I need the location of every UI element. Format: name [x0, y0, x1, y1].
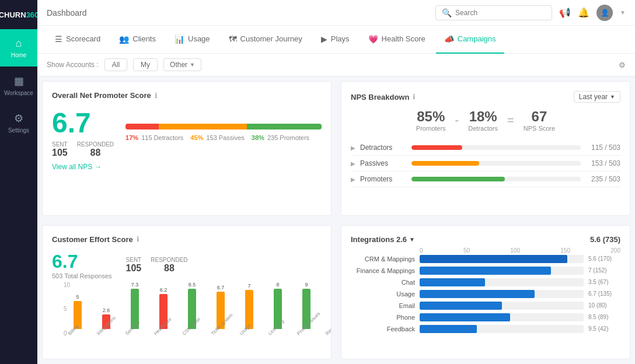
- journey-icon: 🗺: [229, 34, 237, 44]
- campaigns-icon: 📣: [444, 34, 454, 44]
- horiz-bar-label: Finance & Mappings: [351, 267, 415, 274]
- integrations-chevron-icon: ▼: [409, 236, 415, 243]
- nps-breakdown-title: NPS Breakdown: [351, 93, 409, 102]
- bar-value: 8.5: [189, 282, 196, 288]
- breakdown-bar-track: [411, 145, 581, 150]
- main-content: Dashboard 🔍 📢 🔔 👤 ▼ ☰ Scorecard 👥 Client…: [37, 0, 635, 364]
- scorecard-icon: ☰: [55, 34, 62, 44]
- arrow-right-icon: →: [95, 163, 102, 171]
- ces-card-header: Customer Effort Score ℹ: [52, 235, 322, 244]
- row-chevron-icon[interactable]: ▶: [351, 176, 355, 183]
- horiz-bar-track: [420, 325, 584, 333]
- search-input[interactable]: [455, 9, 543, 17]
- tab-plays-label: Plays: [331, 34, 350, 43]
- bar-value: 5: [76, 294, 79, 300]
- chevron-down-icon[interactable]: ▼: [620, 9, 626, 16]
- nps-card-header: Overall Net Promoter Score ℹ: [52, 91, 322, 100]
- tab-scorecard[interactable]: ☰ Scorecard: [47, 26, 109, 54]
- filter-my-btn[interactable]: My: [133, 58, 158, 71]
- horiz-bar-label: Phone: [351, 314, 415, 321]
- tab-health-score[interactable]: 💗 Health Score: [360, 26, 434, 54]
- row-chevron-icon[interactable]: ▶: [351, 145, 355, 151]
- bar-group: 7 Usage: [236, 282, 262, 338]
- filter-other-select[interactable]: Other ▼: [163, 58, 201, 71]
- logo-text: CHURN360: [0, 10, 39, 19]
- breakdown-row-label: Passives: [360, 159, 407, 167]
- nps-info-icon[interactable]: ℹ: [155, 92, 158, 100]
- plays-icon: ▶: [321, 34, 327, 44]
- horiz-bar-fill: [420, 255, 567, 263]
- filter-all-btn[interactable]: All: [104, 58, 127, 71]
- tab-plays[interactable]: ▶ Plays: [313, 26, 358, 54]
- integrations-selector[interactable]: Integrations 2.6 ▼: [351, 235, 415, 244]
- sidebar-item-home-label: Home: [11, 52, 27, 58]
- bar-group: 8 Licencing: [265, 282, 291, 338]
- tab-usage-label: Usage: [188, 34, 210, 43]
- ces-overall-score: 6.7: [52, 251, 112, 272]
- bar-value: 6.2: [160, 287, 168, 293]
- horiz-bar-fill: [420, 267, 551, 275]
- bar-group: 8.5 CSM pulse: [179, 282, 205, 338]
- breakdown-rows-container: ▶ Detractors 115 / 503 ▶ Passives 153 / …: [351, 140, 620, 187]
- integrations-card: Integrations 2.6 ▼ 5.6 (735) 0 50 100 15…: [341, 225, 630, 360]
- integrations-rows-container: CRM & Mappings 5.6 (170) Finance & Mappi…: [351, 255, 620, 333]
- row-chevron-icon[interactable]: ▶: [351, 160, 355, 167]
- breakdown-bar-track: [411, 161, 581, 166]
- horiz-bar-track: [420, 278, 584, 286]
- horiz-bar-fill: [420, 313, 510, 321]
- page-title: Dashboard: [47, 8, 428, 18]
- horiz-bar-label: Usage: [351, 290, 415, 298]
- bar-fill[interactable]: [331, 292, 332, 329]
- filter-settings-icon[interactable]: ⚙: [619, 61, 626, 69]
- bar-value: 7: [247, 283, 250, 289]
- avatar[interactable]: 👤: [596, 5, 613, 21]
- horiz-bar-label: Chat: [351, 279, 415, 286]
- usage-icon: 📊: [175, 34, 184, 44]
- breakdown-bar-fill: [411, 145, 462, 150]
- nps-detractors-legend: 17% 115 Detractors: [125, 134, 183, 141]
- bell-icon[interactable]: 🔔: [578, 7, 589, 18]
- logo: CHURN360: [0, 0, 37, 29]
- tab-campaigns[interactable]: 📣 Campaigns: [436, 26, 504, 54]
- horiz-bar-track: [420, 302, 584, 310]
- bar-group: 2.6 Integrations: [93, 282, 119, 338]
- integrations-title: Integrations 2.6: [351, 235, 407, 244]
- horiz-bar-track: [420, 267, 584, 275]
- bar-value: 2.6: [103, 307, 110, 313]
- horiz-bar-row: Chat 3.5 (67): [351, 278, 620, 286]
- nps-breakdown-period[interactable]: Last year ▼: [574, 91, 620, 103]
- bar-group: 6.7 Ticket system: [208, 282, 233, 338]
- tab-scorecard-label: Scorecard: [66, 34, 100, 43]
- ces-info-icon[interactable]: ℹ: [137, 235, 139, 243]
- view-all-nps[interactable]: View all NPS →: [52, 163, 322, 171]
- home-icon: ⌂: [16, 37, 22, 50]
- horiz-bar-label: Feedback: [351, 326, 415, 332]
- horiz-bar-value: 7 (152): [588, 267, 620, 274]
- horiz-bar-row: Feedback 9.5 (42): [351, 325, 620, 333]
- horiz-bar-track: [420, 290, 584, 298]
- horiz-bar-value: 10 (80): [588, 302, 620, 309]
- tab-customer-journey[interactable]: 🗺 Customer Journey: [221, 26, 310, 54]
- nps-promoters-legend: 38% 235 Promoters: [252, 134, 309, 141]
- nps-breakdown-info-icon[interactable]: ℹ: [413, 93, 416, 101]
- horiz-bar-fill: [420, 278, 485, 286]
- horiz-bar-value: 9.5 (42): [588, 326, 620, 332]
- nps-overall-score: 6.7: [52, 107, 114, 139]
- sidebar-item-workspace-label: Workspace: [4, 90, 33, 96]
- filter-label: Show Accounts :: [47, 61, 99, 69]
- horiz-bar-track: [420, 313, 584, 321]
- broadcast-icon[interactable]: 📢: [559, 7, 571, 18]
- sidebar-item-home[interactable]: ⌂ Home: [0, 29, 37, 66]
- tab-clients[interactable]: 👥 Clients: [111, 26, 164, 54]
- ces-total: 503 Total Responses: [52, 272, 112, 279]
- breakdown-bar-track: [411, 177, 581, 181]
- sidebar-item-settings[interactable]: ⚙ Settings: [0, 104, 37, 141]
- filter-other-label: Other: [170, 61, 187, 69]
- tab-usage[interactable]: 📊 Usage: [166, 26, 218, 54]
- breakdown-row: ▶ Passives 153 / 503: [351, 156, 620, 172]
- search-box[interactable]: 🔍: [435, 5, 552, 20]
- y-axis-max: 10: [64, 282, 70, 288]
- tab-clients-label: Clients: [132, 34, 156, 43]
- sidebar-item-workspace[interactable]: ▦ Workspace: [0, 66, 37, 104]
- period-chevron-icon: ▼: [610, 94, 615, 100]
